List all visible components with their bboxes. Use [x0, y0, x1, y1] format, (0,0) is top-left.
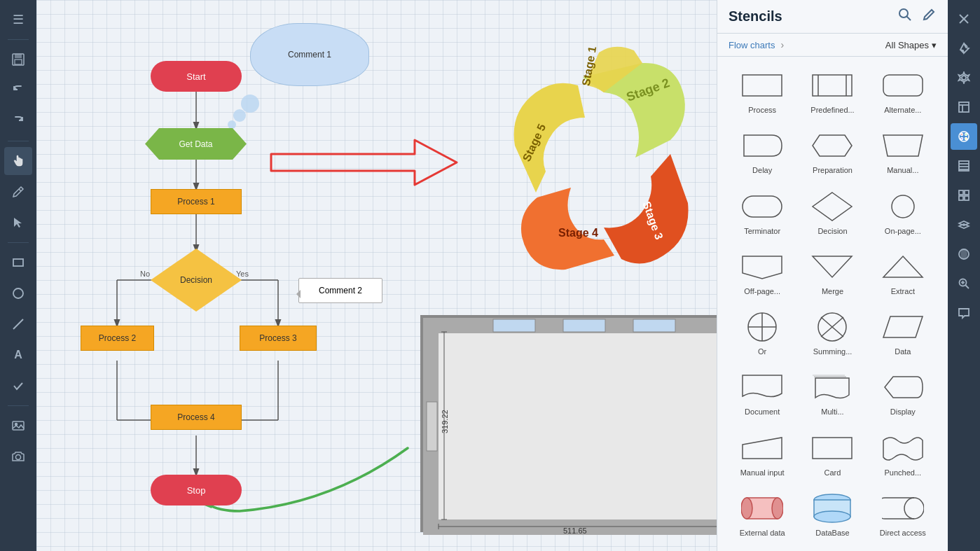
svg-line-6 — [13, 319, 23, 329]
direct-access-shape-label: Direct access — [880, 529, 926, 538]
card-shape-icon — [808, 431, 857, 466]
shape-data[interactable]: Data — [869, 307, 937, 361]
svg-rect-89 — [959, 102, 969, 112]
shape-decision[interactable]: Decision — [799, 186, 866, 241]
svg-point-23 — [233, 109, 246, 122]
settings-button[interactable] — [951, 64, 977, 91]
process4-shape[interactable]: Process 4 — [151, 405, 242, 430]
hand-tool-button[interactable] — [4, 147, 32, 175]
shape-punched[interactable]: Punched... — [869, 428, 937, 482]
shape-merge[interactable]: Merge — [799, 246, 866, 301]
format-list-button[interactable] — [951, 153, 977, 179]
shape-manual[interactable]: Manual... — [869, 125, 937, 180]
layers-button[interactable] — [951, 211, 977, 238]
floor-plan-svg: 319.22 511.65 — [423, 318, 717, 535]
search-icon[interactable] — [897, 7, 913, 26]
extract-shape-icon — [878, 249, 927, 284]
shape-manual-input[interactable]: Manual input — [729, 428, 796, 482]
toolbar-separator-2 — [8, 141, 29, 141]
toolbar-separator-3 — [8, 242, 29, 243]
camera-tool-button[interactable] — [4, 442, 32, 470]
shape-onpage[interactable]: On-page... — [869, 186, 937, 241]
shape-document[interactable]: Document — [729, 367, 796, 421]
shape-preparation[interactable]: Preparation — [799, 125, 866, 180]
redo-button[interactable] — [4, 107, 32, 135]
shape-delay[interactable]: Delay — [729, 125, 796, 180]
text-tool-button[interactable]: A — [4, 341, 32, 369]
shape-offpage[interactable]: Off-page... — [729, 246, 796, 301]
process1-shape[interactable]: Process 1 — [151, 189, 242, 214]
svg-point-9 — [16, 455, 21, 460]
comment2-label: Comment 2 — [319, 286, 362, 295]
shape-multi[interactable]: Multi... — [799, 367, 866, 421]
get-data-shape[interactable]: Get Data — [145, 128, 247, 160]
pin-button[interactable] — [951, 35, 977, 62]
undo-button[interactable] — [4, 76, 32, 104]
shape-card[interactable]: Card — [799, 428, 866, 482]
grid-layout-button[interactable] — [951, 182, 977, 209]
terminator-shape-icon — [738, 189, 787, 224]
shape-predefined[interactable]: Predefined... — [799, 65, 866, 120]
cycle-diagram[interactable]: Stage 2 Stage 3 Stage 4 Stage 5 Stage 1 — [474, 42, 691, 273]
shape-summing[interactable]: Summing... — [799, 307, 866, 361]
shape-alternate[interactable]: Alternate... — [869, 65, 937, 120]
get-data-label: Get Data — [179, 139, 212, 149]
shape-extract[interactable]: Extract — [869, 246, 937, 301]
start-shape[interactable]: Start — [151, 61, 242, 92]
canvas-area[interactable]: No Yes Start Get Data Process 1 Decision… — [36, 0, 717, 551]
nav-chevron: › — [780, 39, 784, 50]
all-shapes-nav[interactable]: All Shapes ▾ — [885, 40, 937, 50]
svg-point-78 — [772, 498, 783, 519]
external-data-shape-label: External data — [740, 529, 785, 538]
comment-button[interactable] — [951, 300, 977, 326]
left-toolbar: ☰ A — [0, 0, 36, 551]
punched-shape-label: Punched... — [885, 468, 922, 477]
svg-rect-102 — [965, 190, 969, 195]
svg-marker-27 — [271, 140, 457, 185]
svg-marker-59 — [813, 135, 852, 156]
check-tool-button[interactable] — [4, 372, 32, 400]
flow-charts-nav[interactable]: Flow charts — [729, 40, 775, 50]
decision-shape-icon — [808, 189, 857, 224]
stop-shape[interactable]: Stop — [151, 475, 242, 505]
shape-display[interactable]: Display — [869, 367, 937, 421]
database-shape-label: DataBase — [815, 529, 849, 538]
onpage-shape-label: On-page... — [885, 227, 921, 236]
theme-button[interactable] — [951, 241, 977, 267]
shape-direct-access[interactable]: Direct access — [869, 488, 937, 543]
edit-icon[interactable] — [921, 7, 937, 26]
shape-database[interactable]: DataBase — [799, 488, 866, 543]
svg-text:319.22: 319.22 — [441, 410, 449, 433]
process2-label: Process 2 — [99, 333, 136, 343]
rect-tool-button[interactable] — [4, 249, 32, 277]
process2-shape[interactable]: Process 2 — [81, 326, 154, 351]
stencils-header: Stencils — [717, 0, 948, 34]
shape-process[interactable]: Process — [729, 65, 796, 120]
process3-shape[interactable]: Process 3 — [240, 326, 317, 351]
close-panel-button[interactable] — [951, 6, 977, 32]
shape-external-data[interactable]: External data — [729, 488, 796, 543]
line-tool-button[interactable] — [4, 310, 32, 338]
pen-tool-button[interactable] — [4, 178, 32, 206]
image-tool-button[interactable] — [4, 412, 32, 440]
comment1-shape[interactable]: Comment 1 — [250, 23, 369, 86]
palette-button[interactable] — [951, 123, 977, 150]
decision-shape[interactable]: Decision — [151, 249, 242, 312]
zoom-button[interactable] — [951, 270, 977, 297]
svg-point-24 — [241, 95, 259, 113]
menu-button[interactable]: ☰ — [4, 6, 32, 34]
circle-tool-button[interactable] — [4, 279, 32, 307]
shape-or[interactable]: Or — [729, 307, 796, 361]
svg-text:511.65: 511.65 — [563, 526, 587, 535]
preparation-shape-icon — [808, 128, 857, 163]
edit-button[interactable] — [951, 94, 977, 120]
shape-terminator[interactable]: Terminator — [729, 186, 796, 241]
select-tool-button[interactable] — [4, 209, 32, 237]
manual-input-shape-label: Manual input — [740, 468, 785, 477]
comment2-shape[interactable]: Comment 2 — [298, 278, 382, 303]
svg-line-3 — [19, 189, 21, 191]
decision-shape-label: Decision — [817, 227, 847, 236]
floor-plan[interactable]: 319.22 511.65 — [420, 315, 717, 532]
process4-label: Process 4 — [177, 412, 214, 422]
save-button[interactable] — [4, 46, 32, 74]
